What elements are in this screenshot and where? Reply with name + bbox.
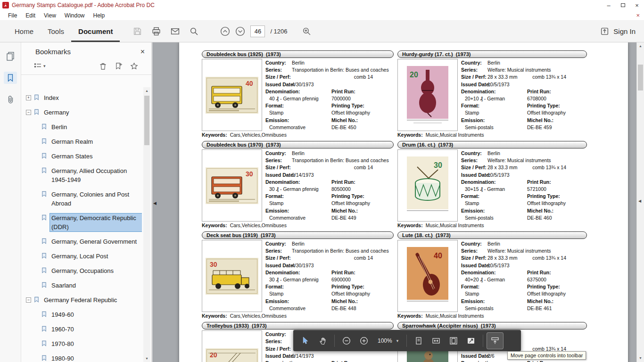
share-icon[interactable] (600, 27, 609, 36)
scroll-up-icon[interactable]: ▲ (143, 87, 150, 94)
panel-scrollbar[interactable]: ▲ ▼ (143, 87, 150, 362)
bookmark-label[interactable]: Germany, General Government (50, 237, 138, 246)
bookmark-expander-icon[interactable]: + (26, 95, 31, 100)
bookmark-item[interactable]: Germany, Local Post (21, 252, 142, 261)
close-document-icon[interactable]: × (636, 12, 640, 19)
page-thumbnails-icon[interactable] (4, 50, 17, 62)
maximize-button[interactable] (616, 0, 630, 10)
menu-item[interactable]: Help (89, 12, 109, 19)
zoom-level-dropdown[interactable]: 100% ▾ (373, 335, 403, 346)
bookmark-label[interactable]: Germany (42, 108, 70, 117)
zoom-out-icon[interactable] (339, 333, 355, 349)
bookmark-item[interactable]: 1960-70 (21, 325, 142, 334)
scroll-down-icon[interactable]: ▼ (637, 354, 644, 362)
stamp-image[interactable] (397, 149, 458, 222)
pdf-page[interactable]: Doubledeck bus (1925) (1973) Country:Ber… (179, 42, 628, 362)
actual-size-icon[interactable] (411, 333, 427, 349)
stamp-image[interactable] (202, 149, 262, 222)
minimize-button[interactable]: – (602, 0, 616, 10)
bookmark-label[interactable]: Germany, Allied Occupation 1945-1949 (50, 166, 142, 184)
bookmark-item[interactable]: − Germany Federal Republic (21, 296, 142, 304)
bookmark-label[interactable]: Germany, Occupations (50, 266, 115, 275)
marquee-zoom-icon[interactable] (302, 27, 311, 36)
stamp-image[interactable] (397, 59, 458, 131)
bookmark-label[interactable]: 1970-80 (50, 339, 75, 348)
bookmark-label[interactable]: Berlin (50, 123, 68, 132)
attachments-icon[interactable] (4, 93, 17, 106)
toolbar-tab[interactable]: Tools (41, 21, 71, 42)
close-button[interactable]: × (630, 0, 644, 10)
new-bookmark-icon[interactable] (115, 62, 123, 70)
bookmark-label[interactable]: German Realm (50, 137, 94, 146)
bookmark-item[interactable]: German Realm (21, 137, 142, 146)
toolbar-tab[interactable]: Home (8, 21, 41, 42)
bookmark-item[interactable]: Saarland (21, 281, 142, 290)
bookmark-label[interactable]: Germany Federal Republic (42, 296, 118, 304)
bookmark-label[interactable]: 1960-70 (50, 325, 75, 334)
bookmark-item[interactable]: Berlin (21, 123, 142, 132)
bookmark-expander-icon[interactable] (33, 341, 39, 346)
menu-item[interactable]: Window (60, 12, 89, 19)
print-icon[interactable] (152, 27, 161, 36)
bookmark-label[interactable]: 1949-60 (50, 310, 75, 319)
fit-width-icon[interactable] (428, 333, 444, 349)
stamp-image[interactable] (397, 240, 458, 312)
menu-item[interactable]: Edit (21, 12, 40, 19)
search-icon[interactable] (190, 27, 198, 36)
fit-page-icon[interactable] (446, 333, 462, 349)
stamp-image[interactable] (202, 330, 262, 362)
bookmark-item[interactable]: German States (21, 152, 142, 161)
bookmark-item[interactable]: + Index (21, 93, 142, 102)
bookmark-item[interactable]: 1949-60 (21, 310, 142, 319)
bookmark-expander-icon[interactable]: − (26, 297, 31, 303)
bookmark-item[interactable]: Germany, Occupations (21, 266, 142, 275)
bookmark-expander-icon[interactable] (33, 283, 39, 288)
collapse-right-pane-icon[interactable]: ◀ (638, 199, 641, 203)
bookmark-star-icon[interactable] (130, 62, 138, 70)
stamp-image[interactable] (202, 240, 262, 312)
bookmark-label[interactable]: German States (50, 152, 94, 161)
bookmark-expander-icon[interactable] (33, 215, 39, 221)
bookmark-expander-icon[interactable] (33, 168, 39, 173)
bookmark-expander-icon[interactable] (33, 356, 39, 361)
bookmark-expander-icon[interactable] (33, 254, 39, 259)
fullscreen-icon[interactable] (463, 333, 479, 349)
bookmark-label[interactable]: Germany, Colonies and Post Abroad (50, 190, 142, 208)
select-tool-icon[interactable] (297, 333, 313, 349)
bookmark-expander-icon[interactable] (33, 154, 39, 159)
bookmark-expander-icon[interactable] (33, 139, 39, 144)
bookmark-expander-icon[interactable] (33, 327, 39, 332)
bookmark-item[interactable]: Germany, Colonies and Post Abroad (21, 190, 142, 208)
bookmark-item[interactable]: 1970-80 (21, 339, 142, 348)
stamp-image[interactable] (202, 59, 262, 131)
collapse-panel-icon[interactable]: ◀ (152, 198, 158, 208)
email-icon[interactable] (171, 27, 180, 36)
bookmark-options-icon[interactable] (33, 62, 42, 70)
bookmark-item[interactable]: Germany, Democratic Republic (DDR) (21, 214, 142, 231)
panel-scroll-thumb[interactable] (144, 96, 149, 145)
scroll-down-icon[interactable]: ▼ (143, 355, 150, 362)
bookmark-label[interactable]: Germany, Local Post (50, 252, 109, 261)
bookmark-item[interactable]: − Germany (21, 108, 142, 117)
hand-tool-icon[interactable] (314, 333, 330, 349)
bookmark-label[interactable]: Index (42, 93, 60, 102)
bookmark-expander-icon[interactable] (33, 239, 39, 244)
sign-in-button[interactable]: Sign In (613, 27, 636, 35)
bookmark-label[interactable]: Germany, Democratic Republic (DDR) (50, 214, 142, 231)
bookmark-expander-icon[interactable] (33, 192, 39, 197)
bookmarks-panel-icon[interactable] (4, 72, 17, 84)
panel-close-icon[interactable]: × (140, 49, 145, 55)
bookmark-item[interactable]: Germany, General Government (21, 237, 142, 246)
menu-item[interactable]: File (4, 12, 21, 19)
document-scrollbar[interactable]: ▲ ◀ ▼ (636, 42, 644, 362)
scroll-up-icon[interactable]: ▲ (637, 42, 644, 50)
previous-page-icon[interactable] (220, 26, 230, 36)
bookmark-expander-icon[interactable] (33, 124, 39, 130)
bookmark-item[interactable]: 1980-90 (21, 354, 142, 362)
delete-bookmark-icon[interactable] (99, 62, 107, 70)
bookmark-item[interactable]: Germany, Allied Occupation 1945-1949 (21, 166, 142, 184)
dock-controls-icon[interactable] (487, 333, 503, 349)
scroll-thumb[interactable] (638, 65, 643, 90)
save-icon[interactable] (133, 27, 142, 36)
bookmark-label[interactable]: Saarland (50, 281, 77, 290)
